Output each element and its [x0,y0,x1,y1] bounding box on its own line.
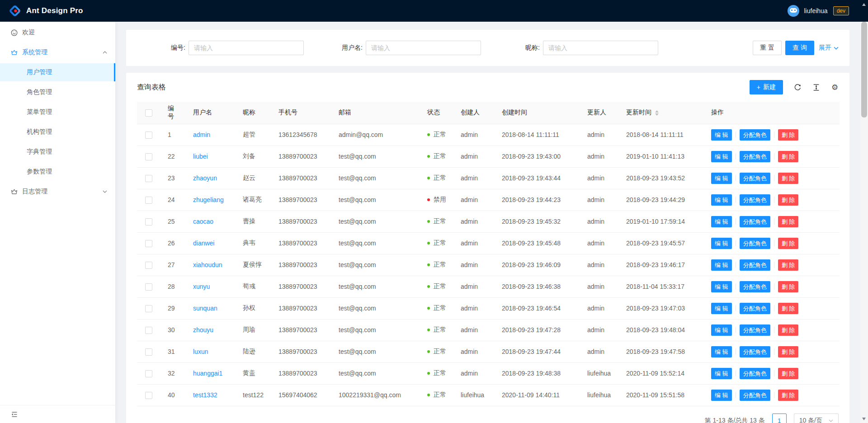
username-link[interactable]: dianwei [193,240,214,247]
assign-role-button[interactable]: 分配角色 [740,303,770,314]
username-input[interactable] [366,41,481,55]
scrollbar-track[interactable] [860,0,868,423]
delete-button[interactable]: 删 除 [778,216,799,227]
new-button[interactable]: + 新建 [750,80,783,94]
assign-role-button[interactable]: 分配角色 [740,194,770,206]
delete-button[interactable]: 删 除 [778,173,799,184]
row-checkbox[interactable] [145,175,152,182]
row-checkbox[interactable] [145,153,152,160]
page-size-select[interactable]: 10 条/页 [794,414,839,423]
row-checkbox[interactable] [145,262,152,269]
username-link[interactable]: luxun [193,348,208,355]
id-input[interactable] [189,41,304,55]
delete-button[interactable]: 删 除 [778,346,799,357]
cell-nickname: 刘备 [236,146,271,167]
row-checkbox[interactable] [145,197,152,204]
assign-role-button[interactable]: 分配角色 [740,151,770,162]
username-link[interactable]: zhouyu [193,326,213,334]
delete-button[interactable]: 删 除 [778,324,799,336]
delete-button[interactable]: 删 除 [778,151,799,162]
delete-button[interactable]: 删 除 [778,194,799,206]
edit-button[interactable]: 编 辑 [711,368,732,379]
edit-button[interactable]: 编 辑 [711,173,732,184]
reload-icon[interactable] [794,84,802,91]
sidebar-item-system[interactable]: 系统管理 [0,43,115,61]
assign-role-button[interactable]: 分配角色 [740,238,770,249]
select-all-checkbox[interactable] [145,109,152,117]
row-checkbox[interactable] [145,240,152,247]
assign-role-button[interactable]: 分配角色 [740,129,770,141]
assign-role-button[interactable]: 分配角色 [740,259,770,271]
delete-button[interactable]: 删 除 [778,368,799,379]
delete-button[interactable]: 删 除 [778,281,799,292]
row-checkbox[interactable] [145,305,152,312]
sidebar-item-dicts[interactable]: 字典管理 [0,143,115,161]
assign-role-button[interactable]: 分配角色 [740,390,770,401]
username-link[interactable]: caocao [193,218,213,225]
delete-button[interactable]: 删 除 [778,259,799,271]
edit-button[interactable]: 编 辑 [711,151,732,162]
delete-button[interactable]: 删 除 [778,129,799,141]
cell-actions: 编 辑分配角色删 除 [704,276,840,297]
delete-button[interactable]: 删 除 [778,238,799,249]
sidebar-item-logs[interactable]: 日志管理 [0,183,115,201]
row-checkbox[interactable] [145,218,152,226]
expand-link[interactable]: 展开 [819,44,839,52]
edit-button[interactable]: 编 辑 [711,324,732,336]
nickname-input[interactable] [543,41,658,55]
user-avatar[interactable] [788,5,799,17]
row-checkbox[interactable] [145,392,152,399]
username-link[interactable]: zhaoyun [193,174,217,182]
username-link[interactable]: huanggai1 [193,370,222,377]
header-username[interactable]: liufeihua [804,7,827,14]
sidebar-item-roles[interactable]: 角色管理 [0,83,115,101]
cell-actions: 编 辑分配角色删 除 [704,232,840,254]
username-link[interactable]: xiahoudun [193,261,222,268]
sidebar-item-params[interactable]: 参数管理 [0,163,115,181]
edit-button[interactable]: 编 辑 [711,129,732,141]
username-link[interactable]: test1332 [193,391,217,399]
username-link[interactable]: zhugeliang [193,196,224,203]
assign-role-button[interactable]: 分配角色 [740,346,770,357]
assign-role-button[interactable]: 分配角色 [740,324,770,336]
sidebar-item-users[interactable]: 用户管理 [0,63,115,81]
scroll-thumb[interactable] [861,22,867,118]
assign-role-button[interactable]: 分配角色 [740,173,770,184]
sidebar-item-orgs[interactable]: 机构管理 [0,123,115,141]
row-checkbox[interactable] [145,370,152,377]
row-checkbox[interactable] [145,348,152,356]
row-checkbox[interactable] [145,327,152,334]
sidebar-item-welcome[interactable]: 欢迎 [0,24,115,42]
username-link[interactable]: admin [193,131,210,138]
username-link[interactable]: xunyu [193,283,210,290]
delete-button[interactable]: 删 除 [778,390,799,401]
sidebar-item-menus[interactable]: 菜单管理 [0,103,115,121]
column-height-icon[interactable] [812,84,820,91]
row-checkbox[interactable] [145,132,152,139]
sidebar-item-label: 字典管理 [27,148,52,156]
scroll-down-arrow[interactable] [862,418,866,420]
row-checkbox[interactable] [145,283,152,291]
column-header-updated[interactable]: 更新时间 [619,102,704,124]
app-logo[interactable]: Ant Design Pro [8,4,83,18]
assign-role-button[interactable]: 分配角色 [740,368,770,379]
edit-button[interactable]: 编 辑 [711,303,732,314]
username-link[interactable]: liubei [193,153,208,160]
edit-button[interactable]: 编 辑 [711,216,732,227]
edit-button[interactable]: 编 辑 [711,346,732,357]
delete-button[interactable]: 删 除 [778,303,799,314]
edit-button[interactable]: 编 辑 [711,390,732,401]
edit-button[interactable]: 编 辑 [711,259,732,271]
edit-button[interactable]: 编 辑 [711,194,732,206]
assign-role-button[interactable]: 分配角色 [740,281,770,292]
username-link[interactable]: sunquan [193,305,217,312]
assign-role-button[interactable]: 分配角色 [740,216,770,227]
search-button[interactable]: 查 询 [785,41,814,55]
edit-button[interactable]: 编 辑 [711,238,732,249]
reset-button[interactable]: 重 置 [753,41,782,55]
sidebar-collapse-button[interactable] [11,411,18,418]
scroll-up-arrow[interactable] [862,3,866,6]
page-button-1[interactable]: 1 [772,414,787,423]
settings-gear-icon[interactable]: ⚙ [831,84,839,91]
edit-button[interactable]: 编 辑 [711,281,732,292]
